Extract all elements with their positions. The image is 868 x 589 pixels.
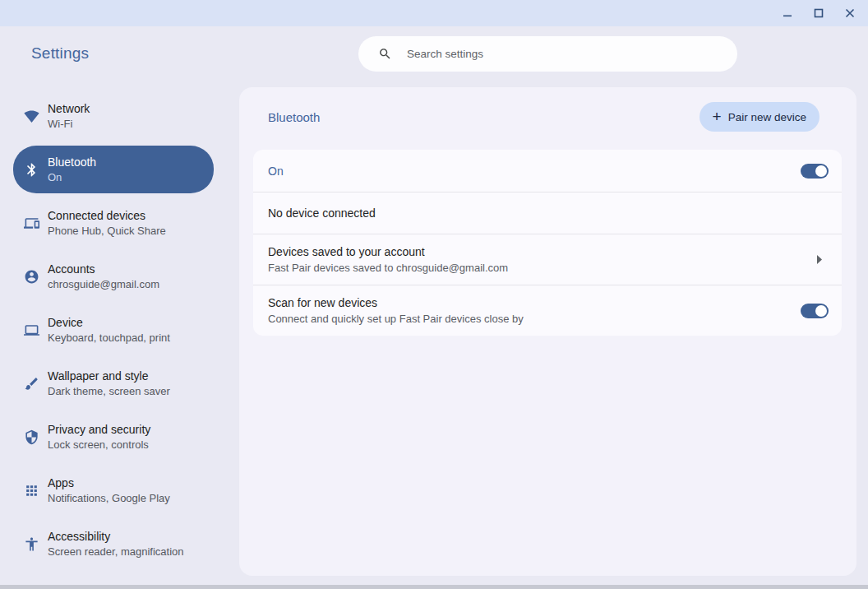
sidebar-item-label: Privacy and security bbox=[48, 422, 150, 438]
devices-saved-row[interactable]: Devices saved to your account Fast Pair … bbox=[253, 234, 842, 285]
shield-icon bbox=[23, 429, 39, 445]
sidebar-item-device[interactable]: Device Keyboard, touchpad, print bbox=[13, 306, 214, 354]
sidebar-item-privacy[interactable]: Privacy and security Lock screen, contro… bbox=[13, 413, 214, 461]
search-placeholder: Search settings bbox=[407, 48, 483, 60]
sidebar-item-sublabel: Phone Hub, Quick Share bbox=[48, 224, 166, 239]
bluetooth-settings-panel: Bluetooth + Pair new device On No device… bbox=[239, 87, 856, 576]
close-button[interactable] bbox=[838, 2, 861, 24]
expand-arrow-icon bbox=[815, 255, 824, 265]
scan-for-devices-row: Scan for new devices Connect and quickly… bbox=[253, 285, 842, 336]
sidebar-item-label: Device bbox=[48, 315, 170, 331]
window-titlebar bbox=[0, 0, 868, 26]
sidebar-item-label: Bluetooth bbox=[48, 155, 96, 170]
panel-header: Bluetooth + Pair new device bbox=[239, 87, 856, 146]
brush-icon bbox=[23, 375, 39, 392]
toggle-knob bbox=[815, 165, 827, 177]
sidebar-item-apps[interactable]: Apps Notifications, Google Play bbox=[13, 466, 214, 514]
screen-bottom-edge bbox=[0, 585, 868, 589]
sidebar-item-sublabel: Notifications, Google Play bbox=[48, 491, 170, 506]
sidebar-item-label: Wallpaper and style bbox=[48, 369, 170, 384]
plus-icon: + bbox=[713, 109, 722, 124]
sidebar-item-network[interactable]: Network Wi-Fi bbox=[13, 92, 214, 140]
bluetooth-on-row: On bbox=[253, 150, 842, 192]
sidebar-item-label: Connected devices bbox=[48, 208, 166, 224]
scan-devices-subtitle: Connect and quickly set up Fast Pair dev… bbox=[268, 311, 524, 327]
sidebar-item-sublabel: On bbox=[48, 170, 96, 185]
sidebar-item-accounts[interactable]: Accounts chrosguide@gmail.com bbox=[13, 253, 214, 300]
scan-devices-title: Scan for new devices bbox=[268, 294, 524, 311]
laptop-icon bbox=[23, 322, 39, 338]
bluetooth-icon bbox=[23, 161, 39, 178]
no-device-label: No device connected bbox=[268, 205, 376, 221]
sidebar-item-accessibility[interactable]: Accessibility Screen reader, magnificati… bbox=[13, 520, 214, 568]
account-icon bbox=[23, 268, 39, 285]
accessibility-icon bbox=[23, 536, 39, 552]
devices-icon bbox=[23, 215, 39, 231]
sidebar-item-sublabel: Lock screen, controls bbox=[48, 438, 150, 452]
minimize-icon bbox=[783, 8, 792, 18]
bluetooth-state-label: On bbox=[268, 163, 284, 179]
sidebar-item-sublabel: Screen reader, magnification bbox=[48, 545, 183, 559]
sidebar-item-label: Apps bbox=[48, 475, 170, 491]
sidebar-item-sublabel: Wi-Fi bbox=[48, 117, 90, 132]
search-input[interactable]: Search settings bbox=[358, 36, 737, 72]
sidebar-item-connected-devices[interactable]: Connected devices Phone Hub, Quick Share bbox=[13, 199, 214, 247]
sidebar-item-label: Accessibility bbox=[48, 529, 183, 545]
sidebar-item-sublabel: Keyboard, touchpad, print bbox=[48, 331, 170, 346]
pair-new-device-button[interactable]: + Pair new device bbox=[699, 102, 820, 132]
app-title: Settings bbox=[31, 44, 89, 63]
scan-devices-toggle[interactable] bbox=[801, 304, 829, 318]
close-icon bbox=[845, 8, 855, 18]
sidebar-item-bluetooth[interactable]: Bluetooth On bbox=[13, 146, 214, 193]
no-device-connected-row: No device connected bbox=[253, 192, 842, 234]
toggle-knob bbox=[815, 305, 827, 317]
sidebar-item-sublabel: Dark theme, screen saver bbox=[48, 384, 170, 399]
settings-sidebar: Network Wi-Fi Bluetooth On Connected dev… bbox=[13, 92, 214, 573]
wifi-icon bbox=[23, 108, 39, 124]
search-icon bbox=[378, 47, 392, 61]
devices-saved-title: Devices saved to your account bbox=[268, 243, 508, 260]
sidebar-item-label: Network bbox=[48, 101, 90, 117]
page-title: Bluetooth bbox=[268, 110, 320, 124]
devices-saved-subtitle: Fast Pair devices saved to chrosguide@gm… bbox=[268, 260, 508, 276]
maximize-button[interactable] bbox=[807, 2, 830, 24]
maximize-icon bbox=[814, 8, 824, 18]
pair-button-label: Pair new device bbox=[728, 111, 806, 123]
minimize-button[interactable] bbox=[776, 2, 799, 24]
sidebar-item-wallpaper[interactable]: Wallpaper and style Dark theme, screen s… bbox=[13, 359, 214, 407]
bluetooth-toggle[interactable] bbox=[801, 164, 829, 179]
sidebar-item-sublabel: chrosguide@gmail.com bbox=[48, 277, 159, 292]
sidebar-item-label: Accounts bbox=[48, 262, 159, 277]
apps-grid-icon bbox=[23, 482, 39, 499]
bluetooth-settings-card: On No device connected Devices saved to … bbox=[253, 150, 842, 336]
